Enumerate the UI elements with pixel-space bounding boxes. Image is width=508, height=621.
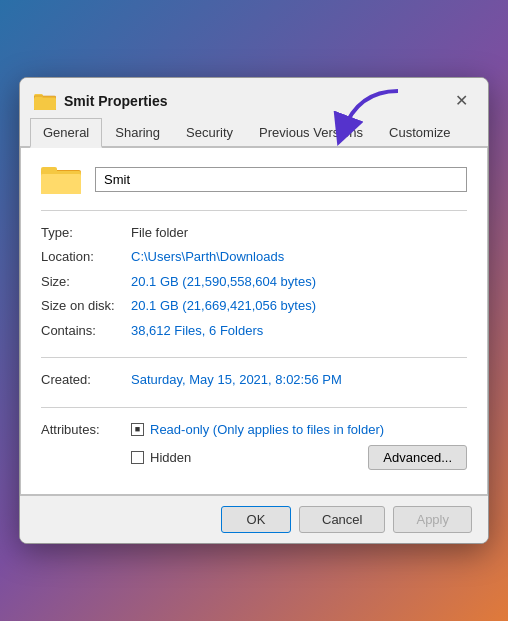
tab-previous-versions[interactable]: Previous Versions bbox=[246, 118, 376, 148]
size-row: Size: 20.1 GB (21,590,558,604 bytes) bbox=[41, 272, 467, 292]
tab-customize[interactable]: Customize bbox=[376, 118, 463, 148]
svg-rect-5 bbox=[34, 98, 56, 110]
folder-name-input[interactable] bbox=[95, 167, 467, 192]
location-label: Location: bbox=[41, 247, 131, 267]
size-on-disk-value: 20.1 GB (21,669,421,056 bytes) bbox=[131, 296, 316, 316]
created-section: Created: Saturday, May 15, 2021, 8:02:56… bbox=[41, 370, 467, 408]
readonly-label: Read-only (Only applies to files in fold… bbox=[150, 420, 384, 440]
folder-name-row bbox=[41, 164, 467, 211]
cancel-button[interactable]: Cancel bbox=[299, 506, 385, 533]
readonly-row: Read-only (Only applies to files in fold… bbox=[131, 420, 467, 440]
size-on-disk-label: Size on disk: bbox=[41, 296, 131, 316]
contains-label: Contains: bbox=[41, 321, 131, 341]
size-on-disk-row: Size on disk: 20.1 GB (21,669,421,056 by… bbox=[41, 296, 467, 316]
location-row: Location: C:\Users\Parth\Downloads bbox=[41, 247, 467, 267]
close-button[interactable]: ✕ bbox=[448, 88, 474, 114]
properties-dialog: Smit Properties ✕ General Sharing Securi… bbox=[19, 77, 489, 545]
dialog-title: Smit Properties bbox=[64, 93, 167, 109]
tab-sharing[interactable]: Sharing bbox=[102, 118, 173, 148]
type-label: Type: bbox=[41, 223, 131, 243]
attributes-section: Attributes: Read-only (Only applies to f… bbox=[41, 420, 467, 471]
readonly-checkbox[interactable] bbox=[131, 423, 144, 436]
contains-value: 38,612 Files, 6 Folders bbox=[131, 321, 263, 341]
content-area: Type: File folder Location: C:\Users\Par… bbox=[20, 148, 488, 496]
info-section: Type: File folder Location: C:\Users\Par… bbox=[41, 223, 467, 359]
location-value: C:\Users\Parth\Downloads bbox=[131, 247, 284, 267]
hidden-label: Hidden bbox=[150, 448, 191, 468]
svg-rect-9 bbox=[41, 174, 81, 194]
tab-security[interactable]: Security bbox=[173, 118, 246, 148]
button-bar: OK Cancel Apply bbox=[20, 495, 488, 543]
ok-button[interactable]: OK bbox=[221, 506, 291, 533]
title-bar: Smit Properties ✕ bbox=[20, 78, 488, 114]
attributes-label: Attributes: bbox=[41, 420, 131, 471]
attributes-controls: Read-only (Only applies to files in fold… bbox=[131, 420, 467, 471]
size-label: Size: bbox=[41, 272, 131, 292]
contains-row: Contains: 38,612 Files, 6 Folders bbox=[41, 321, 467, 341]
apply-button[interactable]: Apply bbox=[393, 506, 472, 533]
title-bar-left: Smit Properties bbox=[34, 92, 167, 110]
advanced-button[interactable]: Advanced... bbox=[368, 445, 467, 470]
hidden-checkbox[interactable] bbox=[131, 451, 144, 464]
created-value: Saturday, May 15, 2021, 8:02:56 PM bbox=[131, 370, 342, 390]
hidden-left: Hidden bbox=[131, 448, 191, 468]
type-row: Type: File folder bbox=[41, 223, 467, 243]
attributes-row: Attributes: Read-only (Only applies to f… bbox=[41, 420, 467, 471]
created-row: Created: Saturday, May 15, 2021, 8:02:56… bbox=[41, 370, 467, 390]
created-label: Created: bbox=[41, 370, 131, 390]
folder-icon-large bbox=[41, 164, 81, 196]
folder-icon-title bbox=[34, 92, 56, 110]
type-value: File folder bbox=[131, 223, 188, 243]
tab-general[interactable]: General bbox=[30, 118, 102, 148]
tab-bar: General Sharing Security Previous Versio… bbox=[20, 118, 488, 148]
size-value: 20.1 GB (21,590,558,604 bytes) bbox=[131, 272, 316, 292]
hidden-advanced-row: Hidden Advanced... bbox=[131, 445, 467, 470]
